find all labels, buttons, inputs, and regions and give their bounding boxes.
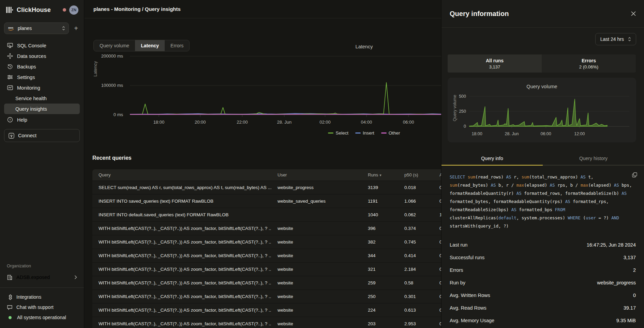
sidebar-item-query-insights[interactable]: Query insights: [4, 104, 80, 114]
cell-user: website_progress: [271, 185, 362, 190]
query-volume-card: Query volume Query volume 5002500 18:002…: [448, 78, 636, 142]
stat-label: Errors: [450, 267, 463, 273]
project-selector[interactable]: aws planes: [4, 22, 69, 34]
y-tick-label: 0 ms: [89, 112, 123, 118]
x-tick-label: 02:00: [313, 120, 337, 125]
summary-tab-errors[interactable]: Errors 2 (0.06%): [542, 54, 636, 73]
sql-token: clusterAllReplicas(: [450, 215, 498, 220]
time-range-select[interactable]: Last 24 hrs: [595, 33, 636, 45]
sql-token: sum: [522, 174, 529, 179]
table-row[interactable]: INSERT INTO default.saved_queries (text)…: [92, 208, 441, 221]
query-info-tabs: Query infoQuery history: [441, 153, 644, 166]
table-row[interactable]: SELECT sum(read_rows) AS r, sum(total_ro…: [92, 181, 441, 194]
table-row[interactable]: WITH bitShiftLeft(CAST(?..), _CAST(?..))…: [92, 290, 441, 303]
cell-query: WITH bitShiftLeft(CAST(?..), _CAST(?..))…: [92, 253, 271, 258]
volume-x-tick-label: 28. Jun: [501, 131, 522, 136]
sidebar-item-service-health[interactable]: Service health: [4, 93, 80, 104]
stat-label: Last run: [450, 242, 467, 248]
tab-query-history[interactable]: Query history: [543, 153, 644, 165]
cell-query: WITH bitShiftLeft(CAST(?..), _CAST(?..))…: [92, 239, 271, 245]
project-row: aws planes +: [4, 22, 80, 34]
column-header-avg-[interactable]: Avg.: [433, 172, 441, 177]
sidebar-item-help[interactable]: ? Help: [4, 114, 80, 125]
table-row[interactable]: WITH bitShiftLeft(CAST(?..), _CAST(?..))…: [92, 303, 441, 317]
sidebar-item-label: Chat with support: [16, 304, 54, 310]
cell-avg: 0: [433, 280, 441, 285]
legend-item-insert[interactable]: Insert: [355, 130, 374, 136]
table-row[interactable]: INSERT INTO saved_queries (text) FORMAT …: [92, 194, 441, 208]
table-row[interactable]: WITH bitShiftLeft(CAST(?..), _CAST(?..))…: [92, 249, 441, 262]
table-row[interactable]: WITH bitShiftLeft(CAST(?..), _CAST(?..))…: [92, 262, 441, 276]
cell-query: WITH bitShiftLeft(CAST(?..), _CAST(?..))…: [92, 280, 271, 285]
y-tick-label: 100000 ms: [89, 83, 123, 88]
sql-token: AS: [614, 183, 619, 188]
summary-tab-value: 2 (0.06%): [579, 64, 598, 69]
brand-name: ClickHouse: [17, 6, 51, 14]
cell-p50: 2.184: [398, 267, 433, 272]
summary-tab-label: Errors: [582, 58, 596, 63]
add-service-button[interactable]: +: [72, 25, 80, 32]
table-row[interactable]: WITH bitShiftLeft(CAST(?..), _CAST(?..))…: [92, 235, 441, 249]
sidebar-item-label: Service health: [15, 96, 47, 101]
cell-user: website: [271, 239, 362, 245]
spacer: [4, 142, 80, 264]
summary-tab-all-runs[interactable]: All runs 3,137: [448, 54, 542, 73]
legend-item-select[interactable]: Select: [328, 130, 348, 136]
latency-chart: Latency Latency 200000 ms100000 ms0 ms 1…: [85, 43, 441, 140]
cell-runs: 259: [362, 280, 398, 285]
connect-button[interactable]: Connect: [4, 129, 80, 142]
close-icon[interactable]: [631, 11, 636, 16]
y-axis-label: Latency: [93, 61, 98, 77]
organization-section-label: Organization: [4, 264, 80, 268]
column-header-query[interactable]: Query: [92, 172, 271, 177]
sidebar-item-data-sources[interactable]: Data sources: [4, 51, 80, 61]
table-row[interactable]: WITH bitShiftLeft(CAST(?..), _CAST(?..))…: [92, 221, 441, 235]
stat-row: Last run 16:47:25, Jun 28 2024: [450, 238, 636, 251]
sidebar-item-all-systems-operational[interactable]: All systems operational: [4, 312, 80, 323]
sidebar-item-monitoring[interactable]: Monitoring: [4, 82, 80, 93]
sql-token: WHERE: [568, 215, 581, 220]
sql-token: (elapsed): [588, 183, 614, 188]
cell-avg: 0: [433, 239, 441, 245]
sidebar-item-label: Monitoring: [17, 85, 40, 91]
column-header-p50-s-[interactable]: p50 (s): [398, 172, 433, 177]
avatar[interactable]: ZN: [69, 5, 78, 15]
copy-icon[interactable]: [632, 172, 637, 177]
cell-runs: 250: [362, 294, 398, 299]
column-header-user[interactable]: User: [271, 172, 362, 177]
tab-query-info[interactable]: Query info: [441, 153, 543, 165]
cell-query: WITH bitShiftLeft(CAST(?..), _CAST(?..))…: [92, 267, 271, 272]
panel-title: Query information: [450, 10, 509, 18]
sidebar-item-backups[interactable]: Backups: [4, 61, 80, 72]
column-header-runs[interactable]: Runs▾: [362, 172, 398, 177]
x-tick-label: 20:00: [188, 120, 212, 125]
notification-dot: [63, 8, 66, 12]
sidebar-item-sql-console[interactable]: SQL Console: [4, 40, 80, 51]
legend-label: Other: [389, 130, 400, 136]
legend-item-other[interactable]: Other: [381, 130, 400, 136]
x-tick-label: 04:00: [355, 120, 378, 125]
cell-user: website_saved_queries: [271, 199, 362, 204]
sql-token: AS: [550, 183, 555, 188]
sql-token: (: [581, 215, 586, 220]
sidebar: ClickHouse ZN aws planes: [0, 0, 84, 328]
volume-plot: [469, 94, 629, 129]
legend-swatch: [355, 132, 361, 134]
organization-row[interactable]: ADSB.exposed: [4, 272, 80, 283]
legend-label: Select: [335, 130, 348, 136]
sql-token: rps, b /: [555, 183, 581, 188]
stat-value: 16:47:25, Jun 28 2024: [587, 242, 636, 248]
sidebar-item-settings[interactable]: Settings: [4, 72, 80, 82]
organization-name: ADSB.exposed: [16, 275, 71, 280]
table-row[interactable]: WITH bitShiftLeft(CAST(?..), _CAST(?..))…: [92, 276, 441, 290]
sql-token: AND: [611, 215, 619, 220]
cell-user: website: [271, 267, 362, 272]
table-row[interactable]: WITH bitShiftLeft(CAST(?..), _CAST(?..))…: [92, 317, 441, 328]
sql-token: AS: [511, 207, 516, 212]
sidebar-item-integrations[interactable]: Integrations: [4, 292, 80, 302]
sidebar-item-chat-with-support[interactable]: Chat with support: [4, 302, 80, 312]
building-icon: [7, 275, 13, 280]
chart-legend: Select Insert Other: [303, 130, 425, 136]
cell-p50: 2.953: [398, 321, 433, 326]
cell-p50: 0.414: [398, 253, 433, 258]
